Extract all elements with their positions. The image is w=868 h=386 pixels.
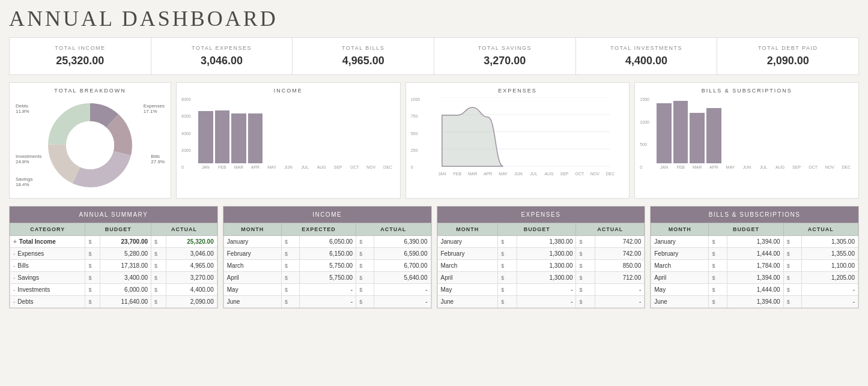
- page: ANNUAL DASHBOARD TOTAL INCOME 25,320.00 …: [0, 0, 868, 386]
- bar-month-label: DEC: [383, 165, 392, 169]
- income-chart-title: INCOME: [181, 88, 395, 94]
- donut-svg: [42, 97, 138, 193]
- bar-month-label: AUG: [317, 165, 326, 169]
- bills-bar-jan: JAN: [657, 97, 672, 169]
- expenses-chart-title: EXPENSES: [411, 88, 625, 94]
- bar: [690, 113, 705, 163]
- col-budget: BUDGET: [709, 223, 783, 236]
- income-table-header: INCOME: [223, 207, 431, 223]
- income-bar-dec: DEC: [380, 97, 395, 169]
- annual-summary-table: ANNUAL SUMMARY CATEGORY BUDGET ACTUAL +T…: [9, 206, 218, 309]
- table-row: May: [223, 284, 281, 296]
- bills-bar-jul: JUL: [756, 97, 771, 169]
- card-total-debt-value: 2,090.00: [722, 55, 854, 67]
- income-chart-panel: INCOME 80006000400020000 JANFEBMARAPRMAY…: [176, 82, 401, 199]
- card-total-investments-label: TOTAL INVESTMENTS: [581, 45, 712, 51]
- donut-chart-title: TOTAL BREAKDOWN: [14, 88, 166, 94]
- col-actual: ACTUAL: [356, 223, 431, 236]
- table-row: June: [651, 296, 709, 308]
- table-row: February: [437, 248, 498, 260]
- table-row: -Investments: [10, 284, 85, 296]
- income-bars: JANFEBMARAPRMAYJUNJULAUGSEPOCTNOVDEC: [198, 97, 395, 169]
- svg-text:SEP: SEP: [560, 172, 568, 176]
- bills-bar-mar: MAR: [690, 97, 705, 169]
- expenses-chart-panel: EXPENSES 10007505002500 JANFEBMARAPRMAYJ…: [405, 82, 630, 199]
- expenses-table-header: EXPENSES: [437, 207, 645, 223]
- bills-bar-dec: DEC: [839, 97, 854, 169]
- income-bar-oct: OCT: [347, 97, 362, 169]
- card-total-income-value: 25,320.00: [14, 55, 146, 67]
- bar: [706, 108, 721, 163]
- card-total-expenses: TOTAL EXPENSES 3,046.00: [151, 38, 293, 74]
- table-row: January: [437, 236, 498, 248]
- svg-text:JUN: JUN: [514, 172, 523, 176]
- bar-month-label: SEP: [792, 165, 801, 169]
- col-budget: BUDGET: [498, 223, 576, 236]
- col-month: MONTH: [437, 223, 498, 236]
- table-row: May: [437, 284, 498, 296]
- tables-row: ANNUAL SUMMARY CATEGORY BUDGET ACTUAL +T…: [9, 206, 859, 309]
- donut-label-investments: Investments24.8%: [16, 154, 41, 164]
- expenses-svg: JANFEBMARAPRMAYJUNJULAUGSEPOCTNOVDEC: [428, 97, 625, 178]
- donut-chart: Debts11.8% Expenses17.1% Bills27.9% Savi…: [14, 97, 166, 193]
- bills-bar-sep: SEP: [789, 97, 804, 169]
- bar-month-label: FEB: [676, 165, 685, 169]
- col-actual: ACTUAL: [576, 223, 645, 236]
- table-row: March: [223, 260, 281, 272]
- expenses-chart: 10007505002500 JANFEBMARAPRMAYJUNJULAUGS…: [411, 97, 625, 181]
- bar-month-label: JAN: [660, 165, 668, 169]
- bar-month-label: APR: [251, 165, 259, 169]
- table-row: April: [437, 272, 498, 284]
- col-month: MONTH: [223, 223, 281, 236]
- bills-table: BILLS & SUBSCRIPTIONS MONTH BUDGET ACTUA…: [650, 206, 859, 309]
- expenses-table-content: MONTH BUDGET ACTUAL January $ 1,380.00 $…: [437, 223, 645, 308]
- bills-table-header: BILLS & SUBSCRIPTIONS: [651, 207, 858, 223]
- income-bar-apr: APR: [248, 97, 263, 169]
- donut-label-expenses: Expenses17.1%: [144, 103, 165, 114]
- card-total-income-label: TOTAL INCOME: [14, 45, 146, 51]
- bar: [215, 110, 230, 163]
- summary-cards: TOTAL INCOME 25,320.00 TOTAL EXPENSES 3,…: [9, 37, 859, 75]
- charts-row: TOTAL BREAKDOWN: [9, 82, 859, 199]
- col-actual: ACTUAL: [151, 223, 217, 236]
- bar-month-label: JUN: [743, 165, 751, 169]
- page-title: ANNUAL DASHBOARD: [9, 6, 859, 31]
- bar-month-label: JAN: [202, 165, 210, 169]
- svg-text:MAR: MAR: [468, 172, 478, 176]
- bills-bar-may: MAY: [723, 97, 738, 169]
- svg-text:APR: APR: [484, 172, 492, 176]
- table-row: April: [223, 272, 281, 284]
- table-row: June: [223, 296, 281, 308]
- card-total-investments-value: 4,400.00: [581, 55, 712, 67]
- bar-month-label: FEB: [218, 165, 226, 169]
- col-month: MONTH: [651, 223, 709, 236]
- income-bar-nov: NOV: [364, 97, 379, 169]
- table-row: January: [223, 236, 281, 248]
- bar-month-label: SEP: [334, 165, 342, 169]
- card-total-bills-label: TOTAL BILLS: [297, 45, 429, 51]
- svg-text:JAN: JAN: [438, 172, 446, 176]
- income-bar-feb: FEB: [215, 97, 230, 169]
- card-total-savings-value: 3,270.00: [439, 55, 571, 67]
- income-bar-chart: 80006000400020000 JANFEBMARAPRMAYJUNJULA…: [181, 97, 395, 181]
- table-row: May: [651, 284, 709, 296]
- bills-y-axis: 150010005000: [640, 97, 649, 169]
- bills-bar-jun: JUN: [739, 97, 754, 169]
- expenses-svg-container: JANFEBMARAPRMAYJUNJULAUGSEPOCTNOVDEC: [428, 97, 625, 181]
- bills-bar-oct: OCT: [806, 97, 821, 169]
- svg-text:OCT: OCT: [575, 172, 584, 176]
- table-row: February: [651, 248, 709, 260]
- bar: [657, 103, 672, 163]
- annual-summary-header: ANNUAL SUMMARY: [10, 207, 217, 223]
- col-expected: EXPECTED: [281, 223, 356, 236]
- bar-month-label: DEC: [842, 165, 851, 169]
- table-row: January: [651, 236, 709, 248]
- donut-label-debts: Debts11.8%: [16, 103, 29, 114]
- card-total-investments: TOTAL INVESTMENTS 4,400.00: [576, 38, 718, 74]
- bar-month-label: MAR: [693, 165, 702, 169]
- card-total-savings-label: TOTAL SAVINGS: [439, 45, 571, 51]
- bills-bar-apr: APR: [706, 97, 721, 169]
- bills-bar-aug: AUG: [772, 97, 788, 169]
- bar-month-label: MAY: [267, 165, 276, 169]
- svg-text:DEC: DEC: [605, 172, 615, 176]
